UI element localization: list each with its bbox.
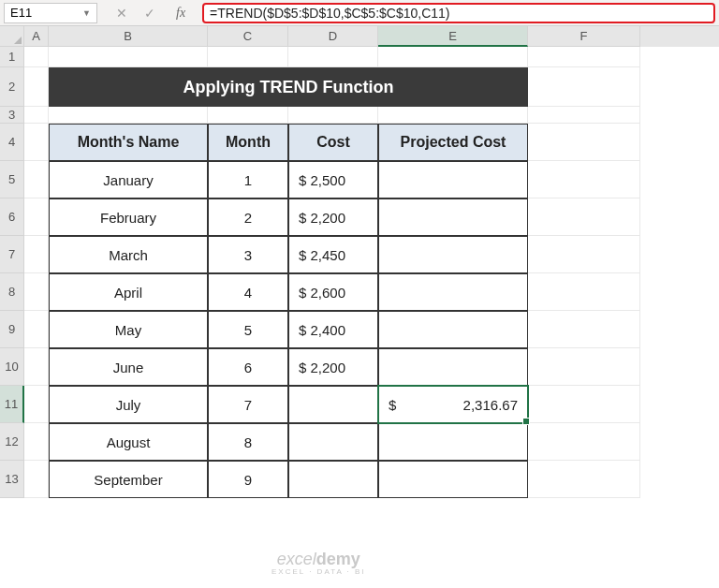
table-cell[interactable]: $ 2,600 [288, 273, 378, 311]
cell[interactable] [378, 47, 528, 67]
col-header-f[interactable]: F [528, 26, 640, 47]
table-cell[interactable]: $ 2,450 [288, 236, 378, 273]
fx-icon[interactable]: fx [170, 6, 191, 21]
cell[interactable] [24, 348, 49, 386]
cell[interactable] [24, 47, 49, 67]
row-header[interactable]: 7 [0, 236, 24, 273]
cell[interactable] [208, 107, 288, 124]
col-header-d[interactable]: D [288, 26, 378, 47]
header-projected-cost[interactable]: Projected Cost [378, 124, 528, 161]
cell[interactable] [528, 461, 640, 498]
row-header[interactable]: 11 [0, 386, 24, 423]
cell[interactable] [49, 107, 208, 124]
selected-cell[interactable]: $ 2,316.67 [378, 386, 528, 423]
table-cell[interactable]: 3 [208, 236, 288, 273]
table-cell[interactable] [378, 461, 528, 498]
table-cell[interactable]: August [49, 423, 208, 461]
table-cell[interactable]: March [49, 236, 208, 273]
cell[interactable] [288, 107, 378, 124]
table-cell[interactable]: $ 2,400 [288, 311, 378, 348]
cell[interactable] [24, 423, 49, 461]
table-cell[interactable] [378, 236, 528, 273]
table-cell[interactable]: 2 [208, 198, 288, 236]
cell[interactable] [24, 386, 49, 423]
cell[interactable] [24, 67, 49, 107]
cell[interactable] [24, 198, 49, 236]
table-cell[interactable] [378, 311, 528, 348]
cell[interactable] [49, 47, 208, 67]
table-cell[interactable]: July [49, 386, 208, 423]
table-cell[interactable]: 8 [208, 423, 288, 461]
table-cell[interactable]: 7 [208, 386, 288, 423]
table-cell[interactable] [378, 273, 528, 311]
header-month[interactable]: Month [208, 124, 288, 161]
table-cell[interactable]: February [49, 198, 208, 236]
name-box[interactable]: E11 ▼ [4, 3, 97, 23]
table-cell[interactable]: 4 [208, 273, 288, 311]
table-cell[interactable] [378, 423, 528, 461]
table-cell[interactable]: $ 2,200 [288, 348, 378, 386]
cell[interactable] [24, 311, 49, 348]
cell[interactable] [528, 47, 640, 67]
header-cost[interactable]: Cost [288, 124, 378, 161]
cell[interactable] [288, 47, 378, 67]
row-header[interactable]: 2 [0, 67, 24, 107]
cell[interactable] [528, 236, 640, 273]
col-header-e[interactable]: E [378, 26, 528, 47]
table-cell[interactable]: 9 [208, 461, 288, 498]
row-header[interactable]: 9 [0, 311, 24, 348]
row-header[interactable]: 4 [0, 124, 24, 161]
col-header-c[interactable]: C [208, 26, 288, 47]
table-cell[interactable] [288, 423, 378, 461]
table-cell[interactable]: 6 [208, 348, 288, 386]
cell[interactable] [24, 107, 49, 124]
cell[interactable] [528, 161, 640, 198]
enter-icon[interactable]: ✓ [142, 6, 157, 21]
table-cell[interactable]: April [49, 273, 208, 311]
cell[interactable] [528, 107, 640, 124]
cell[interactable] [24, 461, 49, 498]
table-cell[interactable]: January [49, 161, 208, 198]
cell[interactable] [528, 386, 640, 423]
table-cell[interactable]: $ 2,500 [288, 161, 378, 198]
row-header[interactable]: 1 [0, 47, 24, 67]
select-all-button[interactable] [0, 26, 24, 47]
cancel-icon[interactable]: ✕ [114, 6, 129, 21]
cell[interactable] [528, 423, 640, 461]
table-cell[interactable] [378, 161, 528, 198]
table-cell[interactable] [378, 198, 528, 236]
table-cell[interactable]: 5 [208, 311, 288, 348]
header-month-name[interactable]: Month's Name [49, 124, 208, 161]
table-cell[interactable]: June [49, 348, 208, 386]
table-cell[interactable]: 1 [208, 161, 288, 198]
cell[interactable] [528, 348, 640, 386]
cell[interactable] [24, 161, 49, 198]
row-header[interactable]: 10 [0, 348, 24, 386]
row-header[interactable]: 12 [0, 423, 24, 461]
cell[interactable] [528, 311, 640, 348]
cell[interactable] [24, 124, 49, 161]
cell[interactable] [24, 273, 49, 311]
table-cell[interactable]: $ 2,200 [288, 198, 378, 236]
table-cell[interactable]: May [49, 311, 208, 348]
table-cell[interactable]: September [49, 461, 208, 498]
col-header-b[interactable]: B [49, 26, 208, 47]
cell[interactable] [528, 273, 640, 311]
cell[interactable] [528, 67, 640, 107]
table-cell[interactable] [288, 461, 378, 498]
cell[interactable] [208, 47, 288, 67]
cell[interactable] [528, 124, 640, 161]
row-header[interactable]: 13 [0, 461, 24, 498]
cell[interactable] [528, 198, 640, 236]
row-header[interactable]: 6 [0, 198, 24, 236]
chevron-down-icon[interactable]: ▼ [82, 8, 91, 18]
cell[interactable] [378, 107, 528, 124]
row-header[interactable]: 3 [0, 107, 24, 124]
row-header[interactable]: 5 [0, 161, 24, 198]
table-cell[interactable] [288, 386, 378, 423]
title-cell[interactable]: Applying TREND Function [49, 67, 528, 107]
table-cell[interactable] [378, 348, 528, 386]
formula-input[interactable]: =TREND($D$5:$D$10,$C$5:$C$10,C11) [202, 3, 715, 23]
col-header-a[interactable]: A [24, 26, 49, 47]
cell[interactable] [24, 236, 49, 273]
